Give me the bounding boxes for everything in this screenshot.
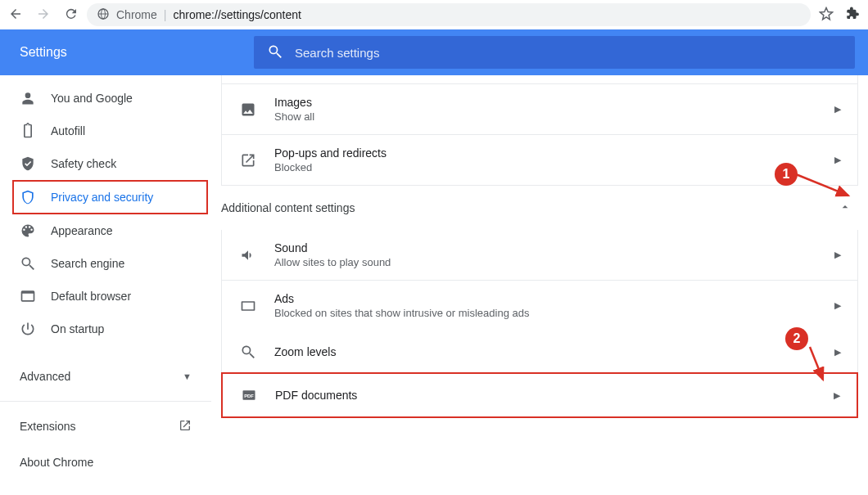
chevron-up-icon xyxy=(839,200,858,215)
sidebar-item-autofill[interactable]: Autofill xyxy=(0,115,211,147)
clipboard-icon xyxy=(20,123,36,139)
omnibox[interactable]: Chrome | chrome://settings/content xyxy=(87,3,811,26)
row-title: Pop-ups and redirects xyxy=(274,146,834,160)
sidebar-advanced[interactable]: Advanced ▼ xyxy=(0,358,211,394)
sidebar-label: Privacy and security xyxy=(51,191,153,204)
truncated-prev-row xyxy=(222,75,857,83)
star-icon[interactable] xyxy=(819,7,834,24)
site-info-icon[interactable] xyxy=(97,7,110,23)
settings-page: You and Google Autofill Safety check Pri… xyxy=(0,75,868,495)
pdf-icon: PDF xyxy=(239,385,259,405)
content-card-top: Images Show all ▶ Pop-ups and redirects … xyxy=(221,75,858,186)
sidebar-label: Appearance xyxy=(51,224,113,237)
omnibox-divider: | xyxy=(164,8,167,21)
sidebar-label: On startup xyxy=(51,322,104,335)
row-subtitle: Allow sites to play sound xyxy=(274,256,834,268)
sidebar-advanced-label: Advanced xyxy=(20,370,70,383)
shield-icon xyxy=(20,189,36,205)
chevron-right-icon: ▶ xyxy=(834,390,840,401)
person-icon xyxy=(20,90,36,106)
reload-button[interactable] xyxy=(64,7,79,24)
image-icon xyxy=(238,100,258,119)
browser-toolbar: Chrome | chrome://settings/content xyxy=(0,0,868,29)
sidebar-extensions-label: Extensions xyxy=(20,420,75,433)
sidebar-label: You and Google xyxy=(51,92,133,105)
back-button[interactable] xyxy=(8,7,23,24)
power-icon xyxy=(20,321,36,337)
sound-icon xyxy=(238,245,258,265)
row-subtitle: Blocked on sites that show intrusive or … xyxy=(274,307,834,319)
row-text: Pop-ups and redirects Blocked xyxy=(274,146,834,173)
open-in-new-icon xyxy=(179,419,192,434)
search-settings-box[interactable] xyxy=(254,36,855,69)
chevron-right-icon: ▶ xyxy=(834,300,841,311)
setting-row-popups[interactable]: Pop-ups and redirects Blocked ▶ xyxy=(222,134,857,185)
nav-buttons xyxy=(8,7,79,24)
content-card-additional: Sound Allow sites to play sound ▶ Ads Bl… xyxy=(221,230,858,418)
row-title: Images xyxy=(274,96,834,109)
sidebar-item-safety-check[interactable]: Safety check xyxy=(0,147,211,180)
extensions-icon[interactable] xyxy=(845,7,860,24)
omnibox-browser-label: Chrome xyxy=(116,8,157,21)
sidebar-item-on-startup[interactable]: On startup xyxy=(0,313,211,345)
browser-icon xyxy=(20,288,36,304)
row-text: PDF documents xyxy=(275,389,834,402)
row-text: Sound Allow sites to play sound xyxy=(274,241,834,268)
search-settings-wrap xyxy=(254,36,868,69)
sidebar-label: Search engine xyxy=(51,257,124,270)
sidebar-label: Safety check xyxy=(51,157,116,170)
search-settings-input[interactable] xyxy=(295,46,842,60)
sidebar: You and Google Autofill Safety check Pri… xyxy=(0,75,211,495)
sidebar-label: Default browser xyxy=(51,290,131,303)
search-icon xyxy=(20,255,36,272)
setting-row-images[interactable]: Images Show all ▶ xyxy=(222,83,857,134)
settings-header: Settings xyxy=(0,29,868,75)
additional-section-wrap: Additional content settings 1 xyxy=(211,186,868,230)
sidebar-label: Autofill xyxy=(51,124,85,137)
row-title: Zoom levels xyxy=(274,345,834,358)
row-title: PDF documents xyxy=(275,389,834,402)
sidebar-divider xyxy=(0,401,211,402)
toolbar-right xyxy=(819,7,860,24)
row-title: Sound xyxy=(274,241,834,254)
setting-row-ads[interactable]: Ads Blocked on sites that show intrusive… xyxy=(222,280,857,331)
sidebar-extensions[interactable]: Extensions xyxy=(0,408,211,444)
row-title: Ads xyxy=(274,292,834,305)
row-text: Ads Blocked on sites that show intrusive… xyxy=(274,292,834,319)
forward-button[interactable] xyxy=(36,7,51,24)
additional-content-settings-header[interactable]: Additional content settings xyxy=(211,186,868,230)
zoom-icon xyxy=(238,342,258,362)
sidebar-about-label: About Chrome xyxy=(20,456,93,469)
sidebar-item-default-browser[interactable]: Default browser xyxy=(0,280,211,313)
omnibox-url: chrome://settings/content xyxy=(173,8,301,21)
popup-icon xyxy=(238,151,258,170)
chevron-right-icon: ▶ xyxy=(834,347,841,358)
row-text: Zoom levels xyxy=(274,345,834,358)
sidebar-item-appearance[interactable]: Appearance xyxy=(0,214,211,247)
chevron-right-icon: ▶ xyxy=(834,250,841,260)
ads-icon xyxy=(238,296,258,316)
svg-text:PDF: PDF xyxy=(244,394,254,398)
chevron-right-icon: ▶ xyxy=(834,155,841,165)
row-subtitle: Blocked xyxy=(274,161,834,173)
settings-title: Settings xyxy=(0,45,254,60)
annotation-badge-2: 2 xyxy=(785,327,808,350)
setting-row-sound[interactable]: Sound Allow sites to play sound ▶ xyxy=(222,230,857,280)
chevron-down-icon: ▼ xyxy=(183,371,192,381)
section-header-title: Additional content settings xyxy=(221,201,355,214)
row-text: Images Show all xyxy=(274,96,834,123)
row-subtitle: Show all xyxy=(274,110,834,123)
sidebar-item-you-and-google[interactable]: You and Google xyxy=(0,82,211,115)
palette-icon xyxy=(20,223,36,239)
setting-row-pdf-documents[interactable]: PDF PDF documents ▶ xyxy=(221,372,858,418)
search-icon xyxy=(267,43,283,62)
shield-check-icon xyxy=(20,155,36,172)
sidebar-item-search-engine[interactable]: Search engine xyxy=(0,247,211,280)
sidebar-about-chrome[interactable]: About Chrome xyxy=(0,444,211,480)
annotation-badge-1: 1 xyxy=(775,163,798,186)
setting-row-zoom[interactable]: Zoom levels ▶ xyxy=(222,331,857,373)
sidebar-item-privacy-security[interactable]: Privacy and security xyxy=(12,180,208,214)
chevron-right-icon: ▶ xyxy=(834,104,841,115)
content-settings-main: Images Show all ▶ Pop-ups and redirects … xyxy=(211,75,868,495)
